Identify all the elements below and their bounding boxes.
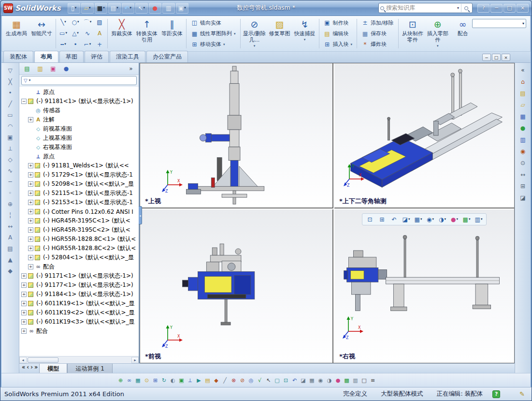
tab-layout[interactable]: 布局 (34, 51, 58, 62)
text-button[interactable]: A (94, 28, 105, 38)
zoom-to-area-button[interactable]: ⊞ (376, 215, 388, 224)
save-block-button[interactable]: ▦ 保存块 (359, 29, 397, 39)
panel-collapse-arrow[interactable]: ◂ (139, 206, 142, 224)
selection-box-button[interactable]: ▧ (94, 17, 105, 27)
dropdown-arrow-icon[interactable]: ▾ (420, 218, 422, 221)
auto-hide-pin-button[interactable]: ⊙ (517, 158, 529, 168)
expand-icon[interactable]: + (28, 227, 33, 233)
tree-item[interactable]: +(-) 91181_Welds<1> (默认<< (19, 161, 139, 170)
options-button[interactable]: ▣▾ (176, 3, 188, 14)
mirror-entities-button[interactable]: ◫ 镜向实体 (188, 18, 239, 28)
point-button[interactable]: • (70, 39, 81, 49)
section-properties-button[interactable]: ◪ (517, 193, 529, 203)
expand-icon[interactable]: + (28, 172, 33, 178)
viewport-right-view[interactable]: ⊡⊞↶◪▾▦▾◉▾◑▾●▾▩▾▥▾ Y X Z *右视 (334, 209, 514, 363)
dropdown-arrow-icon[interactable]: ▾ (408, 218, 410, 221)
move-entities-button[interactable]: ⊞ 移动实体 ▾ (188, 40, 239, 49)
quick-tips-icon[interactable]: ? (492, 390, 500, 398)
edit-appearance-button[interactable]: ●▾ (449, 215, 460, 224)
zoom-to-fit-tool-button[interactable]: ▢ (273, 375, 281, 386)
scroll-prev-button[interactable]: ‹ (26, 364, 29, 371)
scroll-left-icon[interactable]: ◂ (19, 357, 27, 363)
dropdown-arrow-icon[interactable]: ▾ (432, 218, 434, 221)
assembly-features-button[interactable]: ▣ (177, 375, 186, 386)
scroll-first-button[interactable]: « (21, 364, 26, 371)
filter-sketches-button[interactable]: ∿ (4, 165, 16, 176)
rebuild-button[interactable]: ● (149, 3, 161, 14)
assembly-xpert-button[interactable]: √ (256, 375, 264, 386)
apply-scene-tool-button[interactable]: ▩ (343, 375, 351, 386)
new-motion-study-button[interactable]: ▶ (195, 375, 203, 386)
tree-item[interactable]: +(-) 91171<1> (默认<显示状态-1>) (19, 271, 139, 281)
convert-entities-button[interactable]: ↑ 转换实体引用 (134, 17, 159, 50)
expand-icon[interactable]: + (21, 301, 27, 306)
dropdown-arrow-icon[interactable]: ▾ (469, 218, 471, 221)
expand-icon[interactable]: + (21, 282, 27, 288)
expand-icon[interactable]: + (28, 264, 33, 269)
ribbon-dropdown[interactable]: ▾ (472, 19, 526, 28)
select-arrow-button[interactable]: ↖ (264, 375, 273, 386)
dropdown-arrow-icon[interactable]: ▾ (444, 218, 446, 221)
tree-item[interactable]: +(-) Cotter Pins 0.12x0.62 ANSI I (19, 207, 139, 216)
dropdown-arrow-icon[interactable]: ▾ (90, 20, 92, 24)
expand-icon[interactable]: + (21, 319, 27, 325)
smart-dimension-button[interactable]: ↔ 智能尺寸 (29, 17, 54, 50)
tree-item[interactable]: +(-) 52804<1> (默认<<默认>_显 (19, 253, 139, 262)
configurationmanager-tab-button[interactable]: ▣ (47, 64, 59, 74)
filter-sketch-segments-button[interactable]: ─ (4, 177, 16, 187)
toolbar-options-button[interactable]: ≡ (369, 375, 377, 386)
display-style-button[interactable]: ◉▾ (425, 215, 436, 224)
viewport-isometric-view[interactable]: Y X Z *上下二等角轴测 (334, 63, 514, 208)
dropdown-arrow-icon[interactable]: ▾ (234, 32, 236, 36)
tab-evaluate[interactable]: 评估 (85, 51, 109, 62)
display-style-tool-button[interactable]: ◉ (316, 375, 325, 386)
appearances-scenes-button[interactable]: ● (517, 123, 529, 134)
bill-of-materials-button[interactable]: ▤ (203, 375, 212, 386)
filter-datums-button[interactable]: ◆ (4, 266, 16, 276)
tree-item[interactable]: −(-) 91181<1> (默认<显示状态-1>) (19, 97, 139, 106)
dropdown-arrow-icon[interactable]: ▾ (64, 20, 66, 24)
view-orientation-tool-button[interactable]: ▦ (308, 375, 316, 386)
expand-icon[interactable]: + (21, 292, 27, 297)
collapse-task-pane-button[interactable]: « (517, 65, 529, 75)
undo-button[interactable]: ↶▾ (122, 3, 134, 14)
viewport-top-view[interactable]: Y X Z *上视 (140, 63, 333, 208)
clear-filters-button[interactable]: ╳ (4, 76, 16, 87)
filter-dimensions-button[interactable]: ↔ (4, 221, 16, 232)
child-minimize-button[interactable]: − (482, 54, 491, 61)
tree-item[interactable]: +(-) HGR45R-3195C<2> (默认< (19, 225, 139, 235)
select-button[interactable]: ↖▾ (135, 3, 148, 14)
dropdown-arrow-icon[interactable]: ▾ (116, 6, 118, 10)
linear-component-pattern-button[interactable]: ▦ (134, 375, 142, 386)
collapse-icon[interactable]: − (21, 99, 27, 104)
tab-assembly[interactable]: 装配体 (3, 51, 33, 62)
measure-tool-button[interactable]: ↔ (517, 169, 529, 180)
circle-button[interactable]: ○▾ (70, 17, 81, 27)
dropdown-arrow-icon[interactable]: ▾ (254, 44, 256, 48)
quick-snaps-button[interactable]: ↯ 快速捕捉 ▾ (292, 17, 317, 50)
tree-item[interactable]: +(-) 52098<1> (默认<<默认>_显 (19, 179, 139, 189)
open-document-button[interactable]: ▱▾ (81, 3, 94, 14)
arc-button[interactable]: ⌒▾ (82, 17, 93, 27)
dropdown-arrow-icon[interactable]: ▾ (75, 6, 77, 10)
solidworks-resources-button[interactable]: ⌂ (517, 76, 529, 87)
design-library-button[interactable]: ▤ (517, 88, 529, 99)
insert-components-button[interactable]: ⊕ 插入零部件 ▾ (425, 17, 450, 50)
tree-item[interactable]: +(-) 91184<1> (默认<显示状态-1>) (19, 290, 139, 299)
dropdown-arrow-icon[interactable]: ▾ (77, 31, 79, 35)
offset-entities-button[interactable]: ∥ 等距实体 (159, 17, 185, 50)
dropdown-arrow-icon[interactable]: ▾ (437, 44, 439, 48)
create-layout-button[interactable]: ▦ 生成布局 (4, 17, 29, 50)
document-recovery-button[interactable]: ◉ (517, 146, 529, 157)
view-settings-button[interactable]: ▥▾ (473, 215, 484, 224)
tree-item[interactable]: +(-) 52115<1> (默认<显示状态-1 (19, 189, 139, 198)
dropdown-arrow-icon[interactable]: ▾ (223, 43, 225, 46)
view-settings-tool-button[interactable]: ▥ (351, 375, 359, 386)
filter-planes-button[interactable]: ◇ (4, 154, 16, 165)
explode-line-sketch-button[interactable]: ╱ (221, 375, 229, 386)
expand-icon[interactable]: + (28, 117, 33, 122)
filter-toggle-button[interactable]: ▽ (4, 65, 16, 76)
tree-filter-input[interactable]: ▽ ▾ (21, 76, 137, 85)
move-component-button[interactable]: ⊞ (151, 375, 159, 386)
tree-item[interactable]: +(-) 6011K19<2> (默认<<默认>_显 (19, 308, 139, 317)
